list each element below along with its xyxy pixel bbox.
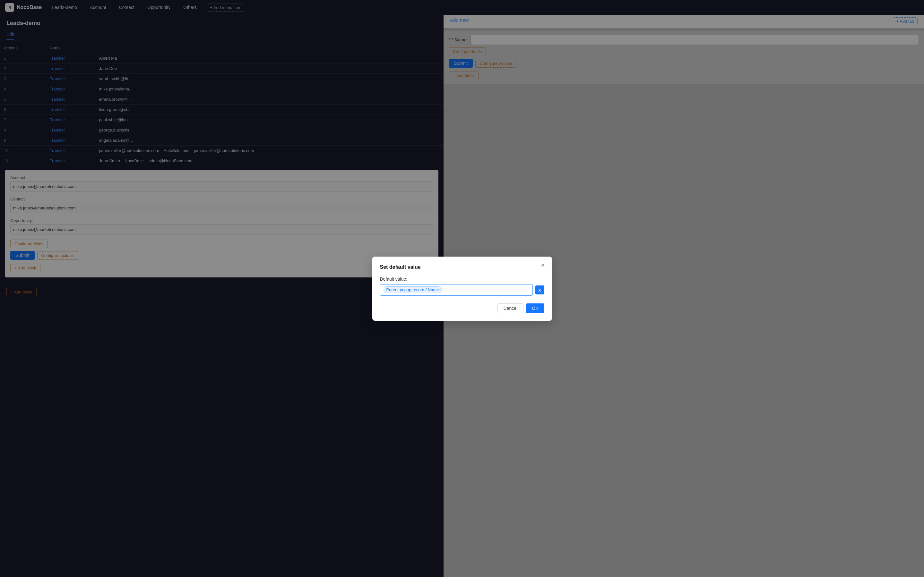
modal-input-row: Parent popup record / Name x — [380, 284, 544, 296]
set-default-value-modal: Set default value ✕ Default value: Paren… — [372, 256, 552, 321]
modal-title: Set default value — [380, 264, 544, 270]
modal-overlay: Set default value ✕ Default value: Paren… — [0, 0, 924, 577]
clear-button[interactable]: x — [535, 285, 544, 295]
cancel-button[interactable]: Cancel — [498, 303, 524, 313]
default-value-input[interactable]: Parent popup record / Name — [380, 284, 533, 296]
modal-footer: Cancel OK — [380, 303, 544, 313]
modal-close-button[interactable]: ✕ — [539, 262, 547, 269]
modal-field-label: Default value: — [380, 276, 544, 282]
tag-pill: Parent popup record / Name — [383, 287, 442, 293]
ok-button[interactable]: OK — [526, 303, 544, 313]
